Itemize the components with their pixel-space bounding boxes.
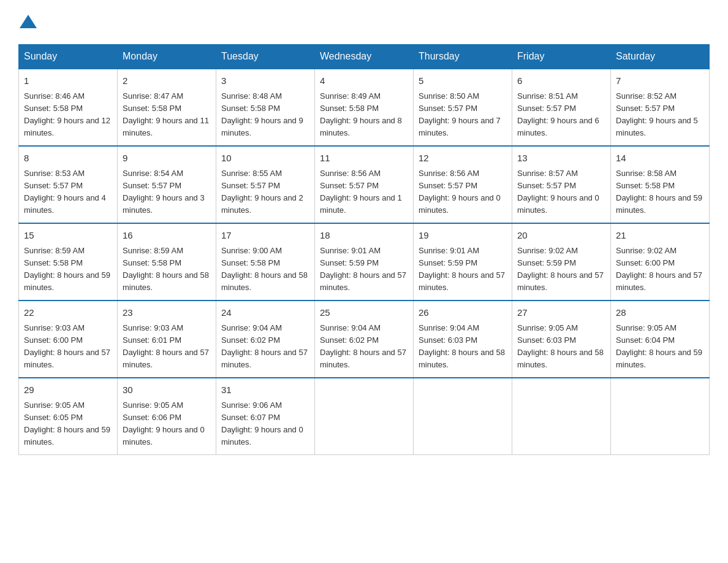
calendar-day-cell: 3Sunrise: 8:48 AMSunset: 5:58 PMDaylight…: [216, 69, 315, 146]
day-number: 5: [419, 74, 507, 88]
calendar-day-cell: 19Sunrise: 9:01 AMSunset: 5:59 PMDayligh…: [414, 223, 512, 301]
day-number: 30: [123, 383, 211, 397]
day-number: 29: [24, 383, 112, 397]
day-number: 1: [24, 74, 112, 88]
calendar-week-row: 29Sunrise: 9:05 AMSunset: 6:05 PMDayligh…: [19, 378, 710, 455]
calendar-day-cell: 23Sunrise: 9:03 AMSunset: 6:01 PMDayligh…: [118, 301, 216, 378]
day-number: 20: [517, 229, 605, 243]
day-number: 2: [123, 74, 211, 88]
calendar-day-cell: 18Sunrise: 9:01 AMSunset: 5:59 PMDayligh…: [315, 223, 414, 301]
day-number: 15: [24, 229, 112, 243]
day-info: Sunrise: 9:05 AMSunset: 6:03 PMDaylight:…: [517, 322, 605, 372]
calendar-week-row: 8Sunrise: 8:53 AMSunset: 5:57 PMDaylight…: [19, 146, 710, 223]
calendar-day-cell: 11Sunrise: 8:56 AMSunset: 5:57 PMDayligh…: [315, 146, 414, 223]
day-info: Sunrise: 8:52 AMSunset: 5:57 PMDaylight:…: [616, 90, 704, 140]
day-info: Sunrise: 8:58 AMSunset: 5:58 PMDaylight:…: [616, 167, 704, 217]
calendar-day-cell: 29Sunrise: 9:05 AMSunset: 6:05 PMDayligh…: [19, 378, 118, 455]
day-info: Sunrise: 9:03 AMSunset: 6:01 PMDaylight:…: [123, 322, 211, 372]
calendar-day-cell: [512, 378, 611, 455]
calendar-day-cell: [414, 378, 512, 455]
day-number: 25: [320, 306, 408, 320]
day-info: Sunrise: 8:47 AMSunset: 5:58 PMDaylight:…: [123, 90, 211, 140]
day-info: Sunrise: 9:05 AMSunset: 6:04 PMDaylight:…: [616, 322, 704, 372]
calendar-week-row: 1Sunrise: 8:46 AMSunset: 5:58 PMDaylight…: [19, 69, 710, 146]
calendar-day-cell: 9Sunrise: 8:54 AMSunset: 5:57 PMDaylight…: [118, 146, 216, 223]
day-number: 27: [517, 306, 605, 320]
calendar-day-cell: 8Sunrise: 8:53 AMSunset: 5:57 PMDaylight…: [19, 146, 118, 223]
day-info: Sunrise: 9:04 AMSunset: 6:03 PMDaylight:…: [419, 322, 507, 372]
calendar-day-cell: 31Sunrise: 9:06 AMSunset: 6:07 PMDayligh…: [216, 378, 315, 455]
calendar-day-cell: 2Sunrise: 8:47 AMSunset: 5:58 PMDaylight…: [118, 69, 216, 146]
weekday-header-saturday: Saturday: [611, 45, 710, 69]
calendar-day-cell: 6Sunrise: 8:51 AMSunset: 5:57 PMDaylight…: [512, 69, 611, 146]
day-number: 8: [24, 151, 112, 166]
day-info: Sunrise: 9:04 AMSunset: 6:02 PMDaylight:…: [221, 322, 309, 372]
day-info: Sunrise: 8:57 AMSunset: 5:57 PMDaylight:…: [517, 167, 605, 217]
day-number: 19: [419, 229, 507, 243]
day-number: 11: [320, 151, 408, 166]
day-number: 14: [616, 151, 704, 166]
weekday-header-friday: Friday: [512, 45, 611, 69]
logo-triangle-icon: [20, 13, 37, 29]
logo: [18, 12, 37, 32]
calendar-day-cell: [611, 378, 710, 455]
day-info: Sunrise: 8:50 AMSunset: 5:57 PMDaylight:…: [419, 90, 507, 140]
day-info: Sunrise: 8:46 AMSunset: 5:58 PMDaylight:…: [24, 90, 112, 140]
day-info: Sunrise: 8:59 AMSunset: 5:58 PMDaylight:…: [24, 245, 112, 294]
day-number: 3: [221, 74, 309, 88]
weekday-header-tuesday: Tuesday: [216, 45, 315, 69]
day-info: Sunrise: 9:02 AMSunset: 6:00 PMDaylight:…: [616, 245, 704, 294]
calendar-week-row: 22Sunrise: 9:03 AMSunset: 6:00 PMDayligh…: [19, 301, 710, 378]
calendar-day-cell: [315, 378, 414, 455]
day-info: Sunrise: 8:56 AMSunset: 5:57 PMDaylight:…: [320, 167, 408, 217]
day-number: 31: [221, 383, 309, 397]
calendar-week-row: 15Sunrise: 8:59 AMSunset: 5:58 PMDayligh…: [19, 223, 710, 301]
weekday-header-thursday: Thursday: [414, 45, 512, 69]
calendar-day-cell: 15Sunrise: 8:59 AMSunset: 5:58 PMDayligh…: [19, 223, 118, 301]
day-info: Sunrise: 8:59 AMSunset: 5:58 PMDaylight:…: [123, 245, 211, 294]
day-number: 7: [616, 74, 704, 88]
calendar-day-cell: 12Sunrise: 8:56 AMSunset: 5:57 PMDayligh…: [414, 146, 512, 223]
day-info: Sunrise: 9:01 AMSunset: 5:59 PMDaylight:…: [320, 245, 408, 294]
day-info: Sunrise: 9:04 AMSunset: 6:02 PMDaylight:…: [320, 322, 408, 372]
calendar-day-cell: 30Sunrise: 9:05 AMSunset: 6:06 PMDayligh…: [118, 378, 216, 455]
day-info: Sunrise: 9:05 AMSunset: 6:05 PMDaylight:…: [24, 399, 112, 449]
calendar-day-cell: 5Sunrise: 8:50 AMSunset: 5:57 PMDaylight…: [414, 69, 512, 146]
calendar-day-cell: 28Sunrise: 9:05 AMSunset: 6:04 PMDayligh…: [611, 301, 710, 378]
calendar-day-cell: 17Sunrise: 9:00 AMSunset: 5:58 PMDayligh…: [216, 223, 315, 301]
day-number: 13: [517, 151, 605, 166]
calendar-day-cell: 26Sunrise: 9:04 AMSunset: 6:03 PMDayligh…: [414, 301, 512, 378]
day-info: Sunrise: 9:02 AMSunset: 5:59 PMDaylight:…: [517, 245, 605, 294]
calendar-day-cell: 10Sunrise: 8:55 AMSunset: 5:57 PMDayligh…: [216, 146, 315, 223]
weekday-header-wednesday: Wednesday: [315, 45, 414, 69]
day-number: 4: [320, 74, 408, 88]
day-info: Sunrise: 9:06 AMSunset: 6:07 PMDaylight:…: [221, 399, 309, 449]
day-number: 26: [419, 306, 507, 320]
day-info: Sunrise: 8:55 AMSunset: 5:57 PMDaylight:…: [221, 167, 309, 217]
day-info: Sunrise: 9:00 AMSunset: 5:58 PMDaylight:…: [221, 245, 309, 294]
day-info: Sunrise: 9:03 AMSunset: 6:00 PMDaylight:…: [24, 322, 112, 372]
day-info: Sunrise: 8:54 AMSunset: 5:57 PMDaylight:…: [123, 167, 211, 217]
day-info: Sunrise: 8:56 AMSunset: 5:57 PMDaylight:…: [419, 167, 507, 217]
weekday-header-sunday: Sunday: [19, 45, 118, 69]
day-info: Sunrise: 8:51 AMSunset: 5:57 PMDaylight:…: [517, 90, 605, 140]
calendar-day-cell: 14Sunrise: 8:58 AMSunset: 5:58 PMDayligh…: [611, 146, 710, 223]
day-number: 23: [123, 306, 211, 320]
day-number: 17: [221, 229, 309, 243]
calendar-day-cell: 22Sunrise: 9:03 AMSunset: 6:00 PMDayligh…: [19, 301, 118, 378]
weekday-header-row: SundayMondayTuesdayWednesdayThursdayFrid…: [19, 45, 710, 69]
day-number: 6: [517, 74, 605, 88]
day-number: 10: [221, 151, 309, 166]
day-info: Sunrise: 9:01 AMSunset: 5:59 PMDaylight:…: [419, 245, 507, 294]
calendar-day-cell: 4Sunrise: 8:49 AMSunset: 5:58 PMDaylight…: [315, 69, 414, 146]
day-number: 18: [320, 229, 408, 243]
day-number: 24: [221, 306, 309, 320]
day-number: 9: [123, 151, 211, 166]
calendar-day-cell: 20Sunrise: 9:02 AMSunset: 5:59 PMDayligh…: [512, 223, 611, 301]
day-number: 12: [419, 151, 507, 166]
calendar-day-cell: 7Sunrise: 8:52 AMSunset: 5:57 PMDaylight…: [611, 69, 710, 146]
day-number: 22: [24, 306, 112, 320]
weekday-header-monday: Monday: [118, 45, 216, 69]
day-number: 28: [616, 306, 704, 320]
calendar-day-cell: 13Sunrise: 8:57 AMSunset: 5:57 PMDayligh…: [512, 146, 611, 223]
